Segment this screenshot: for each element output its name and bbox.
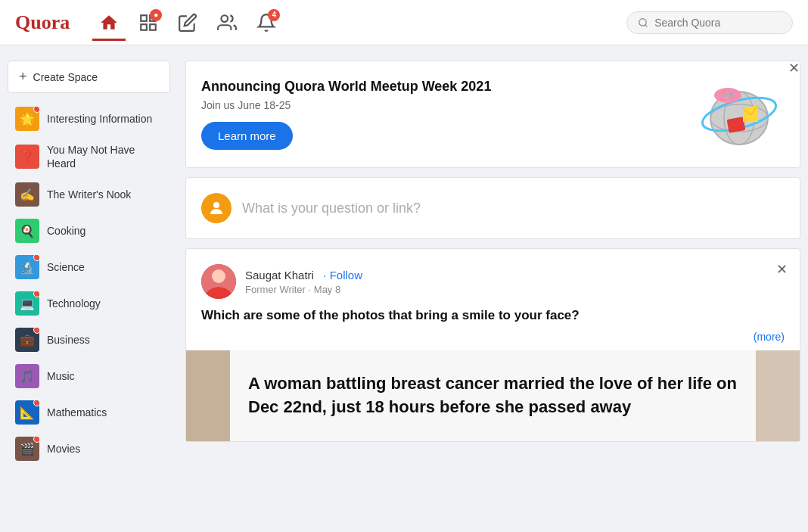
post-role: Former Writer [245, 284, 306, 295]
sidebar-label-technology: Technology [47, 297, 101, 310]
post-image-right [756, 350, 800, 441]
sidebar-item-you-may-not[interactable]: ❓You May Not Have Heard [8, 137, 170, 176]
sidebar-label-mathematics: Mathematics [47, 406, 107, 419]
current-user-avatar [201, 193, 232, 223]
post-image-left [186, 350, 230, 441]
svg-rect-2 [141, 24, 147, 30]
nav-icons: ● 4 [92, 6, 611, 39]
post-meta: Saugat Khatri · Follow Former Writer · M… [245, 269, 785, 295]
sidebar-item-business[interactable]: 💼Business [8, 322, 170, 358]
sidebar-dot-technology [33, 291, 39, 297]
sidebar-dot-movies [33, 437, 39, 443]
create-space-button[interactable]: + Create Space [8, 61, 170, 93]
svg-rect-11 [727, 117, 746, 133]
sidebar-avatar-cooking: 🍳 [15, 219, 39, 243]
sidebar-label-cooking: Cooking [47, 224, 85, 238]
sidebar-item-science[interactable]: 🔬Science [8, 249, 170, 285]
search-icon [638, 17, 648, 29]
announcement-image [686, 76, 785, 152]
post-info: Former Writer · May 8 [245, 284, 785, 295]
sidebar-label-music: Music [47, 369, 75, 383]
more-link[interactable]: (more) [201, 331, 785, 343]
follow-link[interactable]: · Follow [323, 269, 362, 282]
sidebar-dot-business [33, 328, 39, 334]
post-image-main: A woman battling breast cancer married t… [230, 350, 756, 441]
sidebar-label-business: Business [47, 333, 90, 347]
sidebar-avatar-business: 💼 [15, 328, 39, 352]
sidebar-avatar-music: 🎵 [15, 364, 39, 388]
nav-notifications[interactable]: 4 [250, 6, 283, 39]
post-card: Saugat Khatri · Follow Former Writer · M… [185, 248, 800, 442]
announcement-content: Announcing Quora World Meetup Week 2021 … [201, 79, 491, 150]
sidebar-items-container: 🌟Interesting Information❓You May Not Hav… [8, 101, 170, 467]
sidebar-item-music[interactable]: 🎵Music [8, 358, 170, 394]
search-input[interactable] [654, 17, 782, 29]
nav-list-badge: ● [150, 9, 162, 21]
sidebar-avatar-technology: 💻 [15, 291, 39, 316]
post-separator: · [309, 284, 314, 295]
header: Quora ● 4 [0, 0, 808, 45]
sidebar-label-science: Science [47, 260, 85, 274]
post-image-text: A woman battling breast cancer married t… [248, 372, 738, 419]
sidebar-item-interesting-info[interactable]: 🌟Interesting Information [8, 101, 170, 137]
post-question: Which are some of the photos that bring … [201, 308, 785, 323]
announcement-card: Announcing Quora World Meetup Week 2021 … [185, 61, 800, 168]
svg-point-22 [212, 269, 225, 283]
sidebar-item-movies[interactable]: 🎬Movies [8, 431, 170, 467]
sidebar-item-technology[interactable]: 💻Technology [8, 285, 170, 322]
sidebar-avatar-science: 🔬 [15, 255, 39, 279]
learn-more-button[interactable]: Learn more [201, 122, 293, 150]
sidebar-item-cooking[interactable]: 🍳Cooking [8, 213, 170, 249]
sidebar-avatar-movies: 🎬 [15, 437, 39, 461]
post-close-button[interactable]: ✕ [776, 261, 788, 278]
nav-people[interactable] [210, 6, 244, 39]
question-input-card: What is your question or link? [185, 177, 800, 239]
sidebar-label-writers-nook: The Writer's Nook [47, 188, 131, 201]
post-author-avatar [201, 264, 236, 299]
svg-point-4 [222, 15, 228, 22]
sidebar-dot-mathematics [33, 400, 39, 406]
question-input-placeholder[interactable]: What is your question or link? [242, 201, 785, 216]
main-layout: + Create Space 🌟Interesting Information❓… [0, 45, 808, 482]
sidebar-avatar-you-may-not: ❓ [15, 145, 39, 169]
sidebar-label-you-may-not: You May Not Have Heard [47, 143, 163, 170]
post-header: Saugat Khatri · Follow Former Writer · M… [201, 264, 785, 299]
search-bar[interactable] [626, 11, 793, 34]
svg-rect-0 [141, 15, 147, 21]
svg-rect-3 [150, 24, 156, 30]
sidebar-dot-science [33, 255, 39, 261]
nav-list[interactable]: ● [132, 6, 165, 39]
announcement-close-button[interactable]: ✕ [788, 61, 800, 75]
announcement-title: Announcing Quora World Meetup Week 2021 [201, 79, 491, 95]
sidebar-avatar-mathematics: 📐 [15, 400, 39, 425]
nav-home[interactable] [92, 6, 126, 39]
post-avatar-image [201, 264, 236, 299]
post-author-line: Saugat Khatri · Follow [245, 269, 785, 282]
main-content: Announcing Quora World Meetup Week 2021 … [178, 61, 808, 467]
post-date: May 8 [314, 284, 340, 295]
plus-icon: + [19, 69, 27, 85]
sidebar-dot-interesting-info [33, 107, 39, 113]
create-space-label: Create Space [33, 71, 98, 83]
logo[interactable]: Quora [15, 11, 70, 34]
announcement-subtitle: Join us June 18-25 [201, 99, 491, 111]
post-image-content: A woman battling breast cancer married t… [186, 350, 800, 441]
sidebar: + Create Space 🌟Interesting Information❓… [0, 61, 178, 467]
nav-edit[interactable] [171, 6, 204, 39]
svg-point-5 [639, 18, 646, 25]
sidebar-item-mathematics[interactable]: 📐Mathematics [8, 394, 170, 431]
sidebar-item-writers-nook[interactable]: ✍️The Writer's Nook [8, 176, 170, 213]
svg-point-20 [213, 202, 219, 208]
sidebar-label-movies: Movies [47, 442, 80, 456]
sidebar-avatar-interesting-info: 🌟 [15, 107, 39, 131]
post-author-name: Saugat Khatri [245, 269, 314, 282]
nav-notifications-badge: 4 [268, 9, 280, 21]
sidebar-label-interesting-info: Interesting Information [47, 112, 152, 126]
sidebar-avatar-writers-nook: ✍️ [15, 182, 39, 207]
